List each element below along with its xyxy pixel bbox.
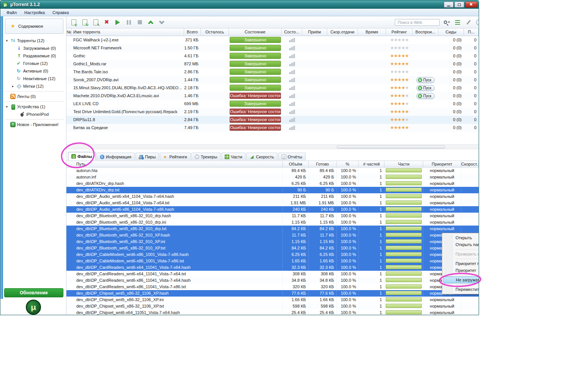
file-row[interactable]: dev_db\DP_Bluetooth_wnt5_x86-32_910_drp.…: [66, 219, 479, 226]
file-row[interactable]: autorun.inf429 Б429 Б100.0 %1нормальный: [66, 174, 479, 180]
star-icon[interactable]: ★: [405, 37, 409, 43]
torrent-row[interactable]: Machete.2010.DVDRip.XviD.AC3.ELmusic.avi…: [66, 92, 479, 100]
star-icon[interactable]: ★: [401, 125, 405, 130]
torrent-column-header[interactable]: Сиды: [438, 28, 464, 36]
star-icon[interactable]: ★: [405, 61, 409, 66]
star-icon[interactable]: ★: [394, 37, 397, 43]
files-column-header[interactable]: Части: [385, 161, 423, 167]
move-up-button[interactable]: [147, 18, 154, 27]
collapsed-triangle-icon[interactable]: ▸: [11, 82, 15, 90]
star-icon[interactable]: ★: [394, 69, 397, 74]
sidebar-item-content[interactable]: Содержимое: [5, 19, 63, 34]
file-row[interactable]: dev_db\DP_CardReaders_wnt6-x86_11041_Vis…: [66, 277, 479, 284]
edit-button[interactable]: [465, 18, 472, 27]
remove-button[interactable]: ✖: [103, 18, 110, 27]
star-icon[interactable]: ★: [405, 77, 409, 82]
star-icon[interactable]: ★: [401, 93, 405, 98]
menu-file[interactable]: Файл: [3, 9, 20, 16]
file-row[interactable]: autorun.hta89.4 КБ89.4 КБ100.0 %1нормаль…: [66, 167, 479, 174]
stop-button[interactable]: [136, 18, 143, 27]
sidebar-item-iphone[interactable]: iPhone/iPod: [0, 111, 66, 118]
sidebar-item-inactive[interactable]: Неактивные (12): [0, 75, 66, 82]
context-menu-item-open[interactable]: Открыть: [443, 234, 479, 241]
menu-settings[interactable]: Настройка: [20, 9, 49, 16]
star-icon[interactable]: ★: [390, 101, 394, 106]
star-icon[interactable]: ★: [401, 85, 405, 90]
star-icon[interactable]: ★: [394, 85, 397, 90]
search-button[interactable]: ▾: [444, 21, 450, 24]
torrent-row[interactable]: Microsoft NET Framework1.50 ГБЗавершено★…: [66, 44, 479, 52]
file-row[interactable]: dev_db\DP_Bluetooth_wnt5_x86-32_910_XP.i…: [66, 238, 479, 245]
torrent-row[interactable]: Gothic1_Mods.rar872 МБЗавершено★★★★★0 (0…: [66, 60, 479, 68]
horizontal-scrollbar[interactable]: [66, 144, 479, 149]
star-icon[interactable]: ★: [394, 93, 397, 98]
detailed-view-button[interactable]: [454, 18, 461, 27]
sidebar-item-devices[interactable]: ▾Устройства (1): [0, 103, 66, 111]
star-icon[interactable]: ★: [390, 37, 394, 43]
sidebar-item-torrents[interactable]: ▾Торренты (12): [0, 37, 66, 44]
star-icon[interactable]: ★: [397, 125, 401, 130]
file-row[interactable]: dev_db\ATKDrv_drp.hash6.25 КБ6.25 КБ100.…: [66, 180, 479, 187]
star-icon[interactable]: ★: [405, 117, 409, 122]
torrent-row[interactable]: DRPSu11.82.84 ГБОшибка: Неверное состоя★…: [66, 116, 479, 124]
files-column-header[interactable]: # частей: [359, 161, 385, 167]
file-row[interactable]: dev_db\DP_Bluetooth_wnt5_x86-32_910_XP.t…: [66, 245, 479, 251]
sidebar-item-feeds[interactable]: Ленты (0): [0, 93, 66, 100]
file-row[interactable]: dev_db\DP_Bluetooth_wnt5_x86-32_910_XP.h…: [66, 232, 479, 238]
tab-reports[interactable]: Отчёты: [278, 153, 306, 160]
pause-button[interactable]: [125, 18, 132, 27]
tab-peers[interactable]: Пиры: [136, 153, 159, 160]
file-row[interactable]: dev_db\DP_CableModem_wnt6-x86_1001_Vista…: [66, 251, 479, 258]
torrent-column-header[interactable]: Время: [358, 28, 386, 36]
star-icon[interactable]: ★: [390, 53, 394, 58]
star-icon[interactable]: ★: [397, 77, 401, 82]
torrent-row[interactable]: The.Bards.Tale.iso2.86 ГБЗавершено★★★★★0…: [66, 68, 479, 76]
torrent-column-header[interactable]: Скор.отдачи: [327, 28, 358, 36]
sidebar-item-apps-promo[interactable]: Новое - Приложения!: [0, 121, 66, 128]
star-icon[interactable]: ★: [397, 45, 401, 51]
scrollbar-thumb[interactable]: [337, 145, 445, 148]
context-menu-item-dont-download[interactable]: Не загружать: [443, 276, 479, 283]
sidebar-item-labels[interactable]: ▸Метки (12): [0, 82, 66, 90]
file-row[interactable]: dev_db\DP_Bluetooth_wnt5_x86-32_910_drp.…: [66, 213, 479, 219]
files-column-header[interactable]: Путь: [66, 161, 283, 167]
file-row[interactable]: dev_db\DP_CardReaders_wnt6-x86_11041_Vis…: [66, 284, 479, 290]
file-row[interactable]: dev_db\DP_CardReaders_wnt6-x64_11041_Vis…: [66, 264, 479, 271]
star-icon[interactable]: ★: [397, 69, 401, 74]
star-icon[interactable]: ★: [401, 109, 405, 114]
context-menu-item-priority-by-order[interactable]: Приоритет по пор: [443, 260, 479, 267]
tab-info[interactable]: Информация: [96, 153, 135, 160]
sidebar-item-finished[interactable]: Готовые (12): [0, 60, 66, 67]
file-row[interactable]: dev_db\DP_Audio_wnt6-x64_1104_Vista-7-x6…: [66, 200, 479, 206]
gear-icon[interactable]: [476, 19, 479, 25]
search-input[interactable]: [395, 19, 440, 26]
file-row[interactable]: dev_db\DP_Audio_wnt6-x86_1104_Vista-7-x8…: [66, 206, 479, 213]
star-icon[interactable]: ★: [394, 77, 397, 82]
move-down-button[interactable]: [158, 18, 165, 27]
star-icon[interactable]: ★: [394, 101, 397, 106]
file-row[interactable]: dev_db\DP_Bluetooth_wnt5_x86-32_910_drp.…: [66, 226, 479, 232]
expanded-triangle-icon[interactable]: ▾: [5, 103, 9, 111]
star-icon[interactable]: ★: [397, 85, 401, 90]
context-menu-item-open-folder[interactable]: Открыть папку: [443, 241, 479, 248]
star-icon[interactable]: ★: [401, 53, 405, 58]
titlebar[interactable]: µ µTorrent 3.1.2 ✖: [0, 0, 479, 9]
torrent-column-header[interactable]: Воспрои...: [413, 28, 438, 36]
star-icon[interactable]: ★: [405, 109, 409, 114]
files-column-header[interactable]: Готово: [309, 161, 337, 167]
star-icon[interactable]: ★: [390, 45, 394, 51]
add-torrent-url-button[interactable]: [81, 18, 88, 27]
torrent-column-header[interactable]: Рейтинг: [386, 28, 413, 36]
star-icon[interactable]: ★: [401, 45, 405, 51]
file-row[interactable]: dev_db\DP_Chipset_wnt5_x86-32_1106_XP.ha…: [66, 290, 479, 297]
torrent-row[interactable]: Test Drive Unlimited.Gold.(Полностью рус…: [66, 108, 479, 116]
star-icon[interactable]: ★: [390, 125, 394, 130]
torrent-column-header[interactable]: Состо...: [282, 28, 302, 36]
sidebar-item-seeding[interactable]: Раздаваемые (0): [0, 52, 66, 60]
file-row[interactable]: dev_db\DP_Chipset_wnt5_x86-32_1106_XP.tx…: [66, 303, 479, 309]
maximize-button[interactable]: [454, 2, 464, 8]
file-row[interactable]: dev_db\DP_CableModem_wnt6-x86_1001_Vista…: [66, 258, 479, 264]
file-row[interactable]: dev_db\ATKDrv_drp.txt90 Б90 Б100.0 %1нор…: [66, 187, 479, 193]
files-column-header[interactable]: Скорост...: [461, 161, 479, 167]
star-icon[interactable]: ★: [405, 125, 409, 130]
